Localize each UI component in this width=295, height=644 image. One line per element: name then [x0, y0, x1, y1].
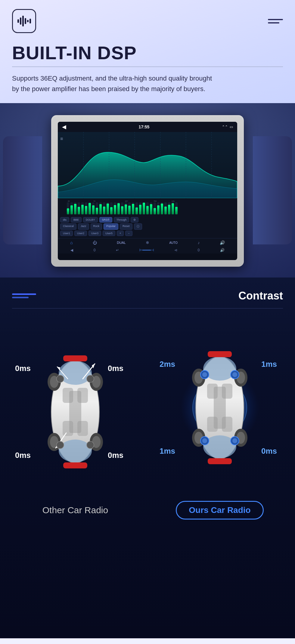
svg-rect-121 — [208, 351, 232, 357]
svg-rect-29 — [85, 206, 87, 214]
svg-text:74: 74 — [93, 200, 95, 202]
svg-rect-2 — [22, 16, 24, 26]
eq-bbe-btn[interactable]: BBE — [71, 217, 82, 222]
eq-user5-btn[interactable]: User5 — [103, 231, 115, 236]
contrast-title: Contrast — [238, 290, 283, 302]
other-bottom-left-timing: 0ms — [15, 451, 31, 460]
eq-popular-btn[interactable]: Popular — [104, 223, 118, 230]
vol-right[interactable]: 🔊 — [220, 248, 225, 252]
dual-label[interactable]: DUAL — [117, 241, 126, 244]
expand-icon: ⌃⌃ — [222, 125, 228, 129]
auto-label[interactable]: AUTO — [169, 241, 178, 244]
menu-line-2 — [268, 22, 279, 23]
eq-info-btn[interactable]: ⓘ — [134, 223, 142, 230]
svg-rect-63 — [146, 206, 149, 214]
eq-bars-svg: 20 74 187 750 12k — [66, 199, 229, 216]
svg-rect-5 — [30, 19, 31, 23]
svg-rect-4 — [27, 20, 29, 22]
svg-point-138 — [232, 438, 237, 443]
home-icon[interactable]: ⌂ — [70, 240, 73, 245]
ours-bottom-right-timing: 0ms — [261, 446, 277, 456]
other-car-comparison: 0ms 0ms 0ms 0ms — [12, 328, 138, 515]
svg-rect-75 — [168, 205, 170, 214]
screen-second-bar: ◀ 0 ↵ ⊢━━━━⊣ ⊲ 0 🔊 — [58, 247, 237, 253]
eq-user3-btn[interactable]: User3 — [88, 231, 101, 236]
svg-rect-53 — [128, 206, 131, 214]
other-car-svg — [36, 340, 114, 484]
svg-rect-73 — [164, 207, 167, 214]
svg-rect-71 — [161, 204, 163, 214]
eq-user1-btn[interactable]: User1 — [60, 231, 73, 236]
ours-bottom-left-timing: 1ms — [160, 446, 175, 456]
svg-rect-93 — [63, 355, 87, 361]
bar-line-1 — [12, 293, 36, 295]
svg-point-86 — [59, 361, 92, 385]
eq-settings-btn[interactable]: ⚙ — [131, 217, 138, 222]
ours-car-wrapper: 2ms 1ms 1ms 0ms — [157, 324, 283, 492]
eq-slider-row: 20 74 187 750 12k — [60, 199, 235, 216]
eq-rock-btn[interactable]: Rock — [91, 223, 102, 230]
svg-rect-25 — [78, 207, 80, 214]
svg-rect-49 — [121, 206, 123, 214]
ours-car-svg — [181, 336, 259, 480]
prev2-icon[interactable]: ⊲ — [174, 248, 177, 252]
svg-rect-61 — [143, 203, 145, 214]
svg-rect-43 — [110, 207, 113, 214]
eq-user-row: User1 User2 User3 User5 + − — [60, 231, 235, 236]
svg-rect-92 — [69, 391, 81, 433]
eq-user2-btn[interactable]: User2 — [74, 231, 87, 236]
music-icon[interactable]: ♪ — [197, 240, 200, 245]
eq-mode-row2: Classical Jazz Rock Popular Reset ⓘ — [60, 223, 235, 230]
svg-rect-120 — [214, 387, 226, 429]
top-section: BUILT-IN DSP Supports 36EQ adjustment, a… — [0, 0, 295, 278]
svg-point-106 — [57, 375, 64, 382]
contrast-header: Contrast — [12, 290, 283, 302]
eq-chart — [58, 132, 237, 198]
eq-classical-btn[interactable]: Classical — [60, 223, 76, 230]
svg-rect-31 — [88, 203, 91, 214]
svg-text:12k: 12k — [172, 200, 175, 202]
eq-through-btn[interactable]: Through — [114, 217, 129, 222]
status-icons: ⌃⌃ ▭ — [222, 125, 233, 129]
eq-dts-btn[interactable]: dts — [60, 217, 69, 222]
eq-dolby-btn[interactable]: DOLBY — [83, 217, 98, 222]
other-car-wrapper: 0ms 0ms 0ms 0ms — [12, 328, 138, 496]
eq-reset-btn[interactable]: Reset — [120, 223, 132, 230]
eq-srs-btn[interactable]: SRS® — [99, 217, 112, 222]
ours-car-label[interactable]: Ours Car Radio — [157, 501, 283, 520]
eq-jazz-btn[interactable]: Jazz — [78, 223, 89, 230]
svg-rect-0 — [17, 19, 19, 23]
svg-point-134 — [232, 372, 237, 377]
menu-line-1 — [268, 19, 283, 20]
eq-remove-btn[interactable]: − — [125, 231, 132, 236]
eq-menu-icon[interactable]: ≡ — [60, 136, 63, 142]
svg-rect-47 — [117, 203, 120, 214]
return-icon[interactable]: ↵ — [116, 248, 119, 252]
svg-rect-45 — [114, 205, 116, 214]
svg-rect-35 — [96, 208, 98, 214]
svg-rect-94 — [63, 462, 87, 468]
svg-rect-65 — [150, 204, 152, 214]
menu-button[interactable] — [268, 19, 283, 23]
seat-right — [253, 136, 292, 244]
back-button[interactable]: ◀ — [62, 124, 66, 130]
screen-header: ◀ 17:55 ⌃⌃ ▭ — [58, 122, 237, 132]
other-car-label: Other Car Radio — [12, 505, 138, 515]
dsp-screen: ◀ 17:55 ⌃⌃ ▭ ≡ — [58, 122, 237, 260]
snow-icon[interactable]: ❄ — [146, 240, 149, 245]
prev-icon[interactable]: ◀ — [70, 248, 73, 252]
power-icon[interactable]: ⏻ — [93, 240, 97, 245]
svg-rect-33 — [92, 205, 95, 214]
svg-rect-41 — [107, 204, 109, 214]
contrast-divider — [12, 308, 283, 308]
ours-car-button[interactable]: Ours Car Radio — [176, 501, 263, 520]
slider-control[interactable]: ⊢━━━━⊣ — [139, 248, 154, 252]
svg-rect-67 — [154, 208, 156, 214]
other-top-left-timing: 0ms — [15, 364, 31, 373]
svg-rect-3 — [25, 18, 26, 24]
eq-add-btn[interactable]: + — [117, 231, 124, 236]
volume-icon[interactable]: 🔊 — [220, 240, 225, 245]
svg-rect-1 — [20, 17, 21, 25]
screen-bottom-bar: ⌂ ⏻ DUAL ❄ AUTO ♪ 🔊 — [58, 238, 237, 247]
svg-rect-39 — [103, 207, 105, 214]
